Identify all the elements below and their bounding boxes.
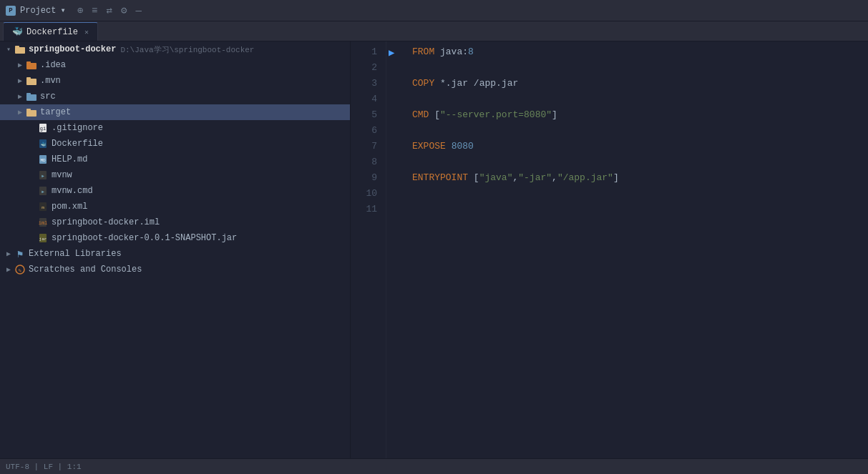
svg-rect-5 (26, 77, 31, 79)
token-entrypoint: ENTRYPOINT (412, 170, 468, 186)
title-bar: P Project ▾ ⊕ ≡ ⇄ ⚙ — (0, 0, 868, 21)
tree-label-mvnwcmd: mvnw.cmd (52, 186, 93, 196)
token-ep-comma2: , (552, 170, 557, 186)
tree-label-target: target (40, 107, 71, 117)
svg-text:.git: .git (38, 126, 48, 132)
code-line-10 (412, 186, 868, 202)
tree-item-pomxml[interactable]: m pom.xml (0, 199, 350, 214)
token-ep-java: "java" (479, 170, 513, 186)
token-from: FROM (412, 44, 434, 60)
tree-item-iml[interactable]: iml springboot-docker.iml (0, 214, 350, 230)
tree-item-gitignore[interactable]: .git .gitignore (0, 120, 350, 136)
svg-rect-8 (26, 110, 36, 117)
tree-item-extlibs[interactable]: ▶ ⚑ External Libraries (0, 246, 350, 262)
arrow-idea: ▶ (14, 61, 26, 69)
globe-icon[interactable]: ⊕ (77, 4, 83, 16)
toolbar-controls: ⊕ ≡ ⇄ ⚙ — (77, 4, 142, 16)
tree-item-help[interactable]: MD HELP.md (0, 152, 350, 167)
tree-label-help: HELP.md (52, 154, 87, 164)
tree-item-scratches[interactable]: ▶ ✎ Scratches and Consoles (0, 262, 350, 277)
tree-label-src: src (40, 92, 56, 102)
code-line-7: EXPOSE 8080 (412, 139, 868, 154)
line-numbers: 1 2 3 4 5 6 7 8 9 10 11 (351, 41, 386, 458)
arrow-src: ▶ (14, 92, 26, 101)
token-ep-appjar: "/app.jar" (557, 170, 613, 186)
tree-item-target[interactable]: ▶ target (0, 104, 350, 120)
arrow-extlibs: ▶ (3, 250, 14, 258)
sync-icon[interactable]: ⇄ (107, 4, 112, 16)
token-cmd: CMD (412, 107, 429, 123)
tab-dockerfile[interactable]: 🐳 Dockerfile ✕ (3, 22, 98, 41)
token-ep-comma1: , (512, 170, 518, 186)
folder-src-icon (26, 91, 37, 102)
svg-rect-3 (26, 61, 31, 64)
minimize-icon[interactable]: — (135, 5, 141, 16)
ext-lib-icon: ⚑ (14, 248, 26, 260)
list-icon[interactable]: ≡ (92, 5, 97, 16)
tree-item-root[interactable]: ▾ springboot-docker D:\Java学习\springboot… (0, 41, 350, 57)
svg-rect-7 (26, 93, 31, 95)
tree-item-idea[interactable]: ▶ .idea (0, 57, 350, 73)
svg-text:▶: ▶ (42, 189, 44, 194)
exec-arrow-line1[interactable]: ▶ (389, 46, 394, 59)
folder-target-icon (26, 107, 37, 118)
svg-rect-6 (26, 94, 36, 101)
folder-root-icon (14, 44, 26, 55)
tree-label-iml: springboot-docker.iml (52, 217, 160, 227)
tab-close-icon[interactable]: ✕ (84, 28, 89, 36)
code-editor[interactable]: FROM java: 8 COPY *.jar /app.jar CMD [ (401, 41, 868, 458)
token-cmd-string: "--server.port=8080" (440, 107, 552, 123)
editor-content: 1 2 3 4 5 6 7 8 9 10 11 ▶ (351, 41, 868, 458)
tree-label-gitignore: .gitignore (52, 123, 103, 133)
code-line-1: FROM java: 8 (412, 44, 868, 60)
svg-rect-9 (26, 109, 31, 111)
code-line-2 (412, 60, 868, 76)
file-mvnwcmd-icon: ▶ (37, 185, 49, 197)
project-icon: P (6, 6, 16, 16)
svg-text:m: m (42, 205, 44, 210)
arrow-target: ▶ (14, 108, 26, 117)
tab-label: Dockerfile (26, 27, 78, 37)
svg-text:▶: ▶ (42, 174, 44, 179)
project-section[interactable]: P Project ▾ (6, 5, 66, 16)
sidebar[interactable]: ▾ springboot-docker D:\Java学习\springboot… (0, 41, 351, 458)
exec-gutter: ▶ (386, 41, 401, 458)
tree-path-root: D:\Java学习\springboot-docker (120, 44, 254, 55)
file-mvnw-icon: ▶ (37, 169, 49, 181)
tree-item-src[interactable]: ▶ src (0, 89, 350, 104)
code-line-9: ENTRYPOINT [ "java" , "-jar" , "/app.jar… (412, 170, 868, 186)
file-iml-icon: iml (37, 217, 49, 228)
tree-item-mvn[interactable]: ▶ .mvn (0, 73, 350, 89)
tree-item-dockerfile[interactable]: 🐳 Dockerfile (0, 136, 350, 152)
code-line-6 (412, 123, 868, 139)
docker-tab-icon: 🐳 (12, 26, 23, 37)
file-md-icon: MD (37, 154, 49, 165)
tree-item-mvnwcmd[interactable]: ▶ mvnw.cmd (0, 183, 350, 199)
tree-label-scratches: Scratches and Consoles (29, 265, 142, 275)
tree-item-mvnw[interactable]: ▶ mvnw (0, 167, 350, 183)
scratches-icon: ✎ (14, 264, 26, 275)
tree-label-pomxml: pom.xml (52, 202, 87, 212)
svg-rect-0 (15, 47, 25, 54)
token-8: 8 (468, 44, 474, 60)
file-jar-icon: jar (37, 232, 49, 244)
dropdown-icon[interactable]: ▾ (60, 5, 65, 16)
arrow-scratches: ▶ (3, 265, 14, 274)
token-ep-jar: "-jar" (518, 170, 552, 186)
settings-icon[interactable]: ⚙ (121, 4, 127, 16)
tree-item-jar[interactable]: jar springboot-docker-0.0.1-SNAPSHOT.jar (0, 230, 350, 246)
tree-label-jar: springboot-docker-0.0.1-SNAPSHOT.jar (52, 233, 237, 243)
code-line-4 (412, 92, 868, 107)
token-copy-args: *.jar /app.jar (434, 76, 518, 92)
token-copy: COPY (412, 76, 434, 92)
svg-rect-2 (26, 63, 36, 69)
token-cmd-bracket2: ] (552, 107, 557, 123)
bottom-bar: UTF-8 | LF | 1:1 (0, 458, 868, 474)
tree-label-root: springboot-docker (29, 44, 116, 54)
code-line-11 (412, 202, 868, 217)
tree-label-extlibs: External Libraries (29, 249, 122, 259)
tree-label-mvn: .mvn (40, 76, 61, 86)
folder-mvn-icon (26, 75, 37, 87)
token-expose-space (446, 139, 452, 154)
svg-rect-1 (15, 46, 19, 48)
